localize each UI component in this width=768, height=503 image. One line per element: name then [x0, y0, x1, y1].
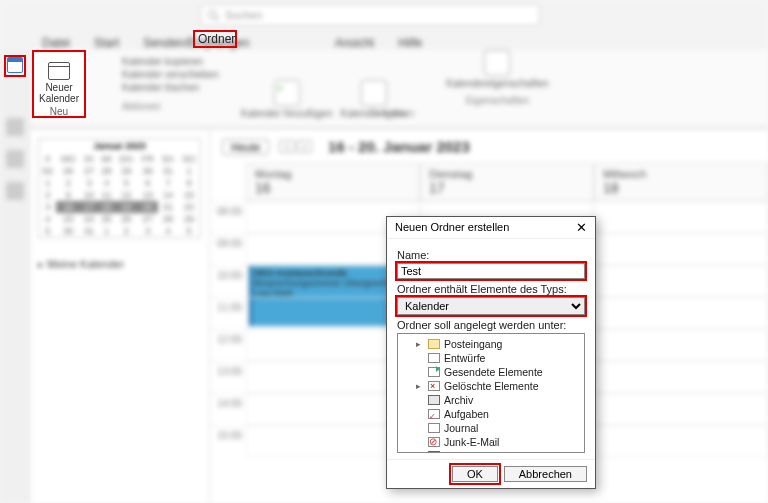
time-label: 13:00 [210, 361, 246, 393]
time-label: 10:00 [210, 265, 246, 297]
time-label: 09:00 [210, 233, 246, 265]
calendar-icon [48, 62, 70, 80]
time-label: 12:00 [210, 329, 246, 361]
archive-icon [428, 395, 440, 405]
tasks-rail-icon[interactable] [6, 150, 24, 168]
journal-icon [428, 423, 440, 433]
location-label: Ordner soll angelegt werden unter: [397, 319, 585, 331]
sent-icon [428, 367, 440, 377]
time-slot[interactable] [594, 297, 768, 329]
time-slot[interactable] [594, 329, 768, 361]
tree-item[interactable]: Gesendete Elemente [402, 365, 580, 379]
add-calendar-icon[interactable]: ＋ [274, 80, 300, 106]
tree-item[interactable]: Aufgaben [402, 407, 580, 421]
cancel-button[interactable]: Abbrechen [504, 466, 587, 482]
sidebar: Januar 2023 #MODIMIDOFRSASO5226272829303… [30, 130, 210, 503]
cal-icon [428, 451, 440, 453]
ribbon-verschieben[interactable]: Kalender verschieben [122, 69, 219, 80]
people-rail-icon[interactable] [6, 118, 24, 136]
close-icon[interactable]: ✕ [576, 221, 587, 234]
mini-calendar[interactable]: Januar 2023 #MODIMIDOFRSASO5226272829303… [38, 138, 201, 238]
folder-icon [428, 353, 440, 363]
trash-icon [428, 381, 440, 391]
my-calendars[interactable]: Meine Kalender [38, 258, 201, 271]
mini-cal-month: Januar 2023 [39, 139, 200, 153]
tasks-icon [428, 409, 440, 419]
time-slot[interactable] [594, 425, 768, 457]
day-header: Mittwoch18 [594, 163, 768, 201]
search-placeholder: Suchen [225, 9, 262, 21]
day-header: Dienstag17 [420, 163, 594, 201]
svg-line-1 [215, 17, 218, 20]
tree-item[interactable]: Entwürfe [402, 351, 580, 365]
new-folder-dialog: Neuen Ordner erstellen ✕ Name: Ordner en… [386, 216, 596, 489]
next-week[interactable]: › [297, 140, 312, 153]
tree-item[interactable]: ▸Posteingang [402, 337, 580, 351]
junk-icon [428, 437, 440, 447]
name-label: Name: [397, 249, 585, 261]
tree-item[interactable]: Archiv [402, 393, 580, 407]
inbox-icon [428, 339, 440, 349]
prev-week[interactable]: ‹ [279, 140, 294, 153]
ok-button[interactable]: OK [452, 466, 498, 482]
ribbon-group-eigenschaften: Eigenschaften [466, 95, 529, 106]
type-select[interactable]: Kalender [397, 297, 585, 315]
time-slot[interactable] [594, 201, 768, 233]
ribbon-group-freigeben: Freigeben [369, 108, 414, 119]
tree-item[interactable]: ▸Gelöschte Elemente [402, 379, 580, 393]
tree-item[interactable]: Junk-E-Mail [402, 435, 580, 449]
week-title: 16 - 20. Januar 2023 [328, 138, 470, 155]
properties-icon[interactable] [484, 50, 510, 76]
more-rail-icon[interactable] [6, 182, 24, 200]
time-label: 11:00 [210, 297, 246, 329]
search-input[interactable]: Suchen [200, 4, 540, 26]
time-slot[interactable] [594, 393, 768, 425]
time-label: 15:00 [210, 425, 246, 457]
name-input[interactable] [397, 263, 585, 279]
tree-item[interactable]: ▸Kalender [402, 449, 580, 453]
folder-tree[interactable]: ▸PosteingangEntwürfeGesendete Elemente▸G… [397, 333, 585, 453]
time-slot[interactable] [594, 265, 768, 297]
svg-point-0 [209, 11, 217, 19]
nav-rail [0, 50, 30, 503]
dialog-title: Neuen Ordner erstellen [395, 221, 509, 234]
ribbon-group-aktionen: Aktionen [122, 101, 161, 112]
calendar-rail-icon[interactable] [7, 57, 23, 73]
type-label: Ordner enthält Elemente des Typs: [397, 283, 585, 295]
ordner-tab-label[interactable]: Ordner [198, 32, 235, 46]
time-slot[interactable] [594, 361, 768, 393]
ribbon-kopieren[interactable]: Kalender kopieren [122, 56, 203, 67]
new-calendar-button[interactable]: Neuer Kalender [34, 54, 84, 112]
share-calendar-icon[interactable] [361, 80, 387, 106]
day-header: Montag16 [246, 163, 420, 201]
ribbon-loeschen[interactable]: Kalender löschen [122, 82, 199, 93]
today-button[interactable]: Heute [222, 139, 269, 155]
new-calendar-group: Neu [34, 106, 84, 117]
time-label: 14:00 [210, 393, 246, 425]
time-label: 08:00 [210, 201, 246, 233]
time-slot[interactable] [594, 233, 768, 265]
